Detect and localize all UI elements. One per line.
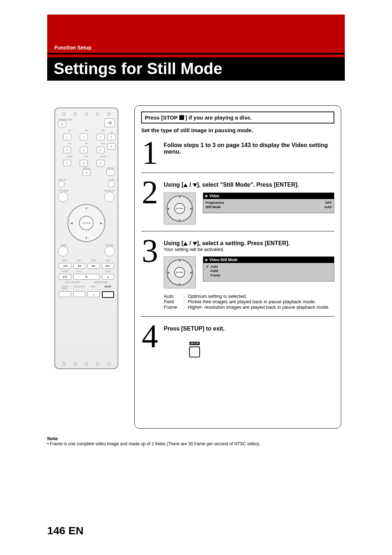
option-definitions: Auto:Optimum setting is selected. Field:…	[164, 293, 334, 310]
step-2-text: Using [ / ], select "Still Mode". Press …	[164, 182, 334, 188]
stop-notice: Press [STOP ] if you are playing a disc.	[141, 112, 334, 123]
stop-button[interactable]: ■	[102, 274, 114, 280]
play-icon	[205, 195, 208, 198]
down-arrow-icon	[193, 242, 197, 246]
rec-mode-button[interactable]	[73, 291, 86, 297]
step-3-sub: Your setting will be activated.	[164, 247, 334, 252]
key-6[interactable]: 6	[97, 147, 105, 153]
page-lang: EN	[68, 524, 83, 536]
menu-list-button[interactable]	[104, 192, 114, 202]
ch-up-button[interactable]: ∧	[107, 134, 115, 140]
check-icon: ✔	[206, 265, 209, 268]
step-3-number: 3	[141, 238, 159, 264]
header-divider	[47, 53, 345, 54]
note-section: Note • Frame is one complete video image…	[47, 436, 345, 446]
dpad[interactable]: ENTER ▲ ▼ ◀ ▶	[68, 204, 105, 242]
key-5[interactable]: 5	[80, 147, 88, 153]
menu-title: Video	[209, 194, 219, 198]
page-number: 146	[47, 524, 65, 536]
step-4: 4 Press [SETUP] to exit. SETUP	[141, 323, 334, 357]
step-4-number: 4	[141, 323, 159, 349]
step-2: 2 Using [ / ], select "Still Mode". Pres…	[141, 179, 334, 224]
clear-button[interactable]	[58, 246, 68, 256]
rev-button[interactable]: ◀◀	[73, 263, 86, 269]
step-1-text: Follow steps 1 to 3 on page 143 to displ…	[164, 142, 334, 155]
display-button[interactable]	[106, 169, 114, 176]
fwd-button[interactable]: ▶▶	[87, 263, 100, 269]
top-menu-button[interactable]	[58, 192, 68, 202]
intro-subline: Set the type of still image in pausing m…	[141, 127, 334, 133]
up-arrow-icon	[183, 242, 188, 246]
play-icon	[205, 259, 208, 262]
key-2[interactable]: 2	[80, 134, 88, 140]
instructions-panel: Press [STOP ] if you are playing a disc.…	[134, 105, 341, 429]
instant-skip-label: INSTANT SKIP	[94, 281, 107, 283]
power-button[interactable]: I/⏼	[105, 118, 115, 127]
setup-button-illustration: SETUP	[186, 339, 203, 357]
stop-prefix: Press [STOP	[145, 114, 178, 121]
dpad-enter: ENTER	[174, 203, 185, 214]
dpad-illustration: ENTER ▲ ▼ ◀ ▶	[164, 256, 196, 288]
step-1: 1 Follow steps 1 to 3 on page 143 to dis…	[141, 140, 334, 166]
header-band	[47, 15, 345, 58]
divider	[141, 231, 334, 231]
step-1-number: 1	[141, 140, 159, 166]
enter-button[interactable]: ENTER	[79, 216, 94, 230]
key-8[interactable]: 8	[80, 160, 88, 166]
key-0[interactable]: 0	[82, 169, 90, 176]
video-menu: Video ProgressiveOFF Still ModeAuto	[203, 193, 334, 213]
up-arrow-icon	[183, 183, 188, 187]
menu-row-1-key: Still Mode	[205, 205, 221, 209]
play-button[interactable]: ▶	[73, 274, 100, 280]
still-mode-menu: Video-Still Mode ✔Auto Field Frame	[203, 256, 334, 281]
setup-button-icon	[189, 347, 200, 357]
option-frame: Frame	[211, 274, 220, 277]
option-field: Field	[211, 269, 218, 273]
page-footer: 146 EN	[47, 524, 83, 537]
eject-button[interactable]: ▲	[58, 121, 66, 127]
stop-icon	[179, 115, 184, 120]
speed-label: 1.3x / 0.8x PLAY	[65, 281, 80, 283]
step-4-text: Press [SETUP] to exit.	[164, 325, 334, 332]
remote-illustration: OPEN/CLOSE ▲ I/⏼ @/: ABC DEF 1 2 3 GHI J…	[54, 108, 118, 369]
return-button[interactable]	[105, 246, 115, 256]
note-heading: Note	[47, 436, 345, 441]
key-1[interactable]: 1	[63, 134, 71, 140]
step-3-text: Using [ / ], select a setting. Press [EN…	[164, 240, 334, 247]
menu-row-0-val: OFF	[325, 201, 332, 204]
ch-down-button[interactable]: ∨	[107, 143, 115, 150]
skip-fwd-button[interactable]: ▶▶|	[102, 263, 114, 269]
divider	[141, 173, 334, 173]
setup-button[interactable]	[102, 291, 114, 298]
menu-row-0-key: Progressive	[205, 201, 224, 204]
key-3[interactable]: 3	[97, 134, 105, 140]
stop-suffix: ] if you are playing a disc.	[185, 114, 252, 121]
menu-title: Video-Still Mode	[209, 258, 238, 262]
zoom-button[interactable]	[108, 181, 115, 187]
step-2-number: 2	[141, 179, 159, 206]
key-7[interactable]: 7	[63, 160, 71, 166]
rec-button[interactable]: ●	[87, 291, 100, 297]
pause-button[interactable]: ❚❚	[59, 274, 71, 280]
repeat-button[interactable]	[58, 181, 65, 187]
key-4[interactable]: 4	[63, 147, 71, 153]
label-open-close: OPEN/CLOSE	[58, 118, 72, 121]
divider	[141, 316, 334, 317]
section-label: Function Setup	[54, 45, 91, 50]
page-title: Settings for Still Mode	[47, 57, 345, 81]
note-text: • Frame is one complete video image and …	[47, 441, 345, 446]
menu-row-1-val: Auto	[324, 205, 332, 209]
dpad-illustration: ENTER ▲ ▼ ◀ ▶	[164, 193, 196, 224]
step-3: 3 Using [ / ], select a setting. Press […	[141, 238, 334, 310]
setup-label: SETUP	[189, 342, 199, 345]
option-auto: Auto	[211, 265, 218, 268]
timer-prog-button[interactable]	[59, 291, 71, 297]
dpad-enter: ENTER	[174, 267, 185, 278]
down-arrow-icon	[193, 183, 197, 187]
skip-back-button[interactable]: |◀◀	[59, 263, 71, 269]
key-9[interactable]: 9	[97, 160, 105, 166]
